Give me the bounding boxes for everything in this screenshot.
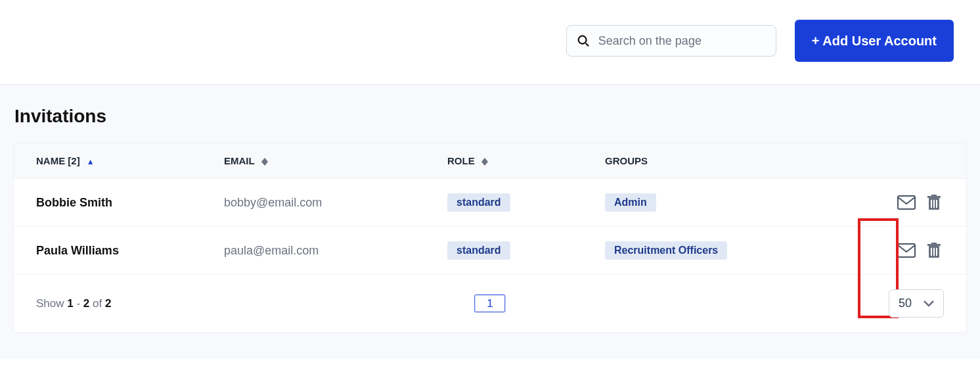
svg-marker-3 [261, 162, 268, 166]
table-row: Paula Williams paula@email.com standard … [14, 227, 966, 275]
search-icon [576, 34, 590, 48]
svg-rect-10 [931, 200, 932, 208]
cell-name: Paula Williams [36, 244, 224, 258]
column-header-name[interactable]: NAME [2] ▲ [36, 155, 224, 166]
footer-range-text: Show 1 - 2 of 2 [36, 297, 111, 310]
resend-mail-button[interactable] [897, 241, 916, 260]
svg-rect-6 [898, 196, 915, 209]
delete-button[interactable] [924, 241, 944, 260]
page-size-select[interactable]: 50 [889, 289, 944, 318]
sort-asc-icon: ▲ [87, 157, 95, 166]
svg-rect-16 [931, 243, 937, 245]
page-number-current[interactable]: 1 [474, 295, 505, 312]
invitations-table: NAME [2] ▲ EMAIL ROLE GROUPS [13, 143, 967, 333]
table-row: Bobbie Smith bobby@email.com standard Ad… [14, 179, 966, 227]
column-header-email[interactable]: EMAIL [224, 155, 447, 166]
svg-rect-17 [931, 248, 932, 256]
svg-point-0 [578, 36, 586, 44]
delete-button[interactable] [924, 193, 944, 212]
table-footer: Show 1 - 2 of 2 1 50 [14, 275, 966, 332]
table-header-row: NAME [2] ▲ EMAIL ROLE GROUPS [14, 143, 966, 179]
search-input-wrap[interactable] [566, 25, 776, 57]
sort-icon [481, 158, 488, 166]
add-user-account-button[interactable]: + Add User Account [795, 20, 954, 62]
role-badge: standard [447, 241, 510, 260]
column-header-role[interactable]: ROLE [447, 155, 605, 166]
chevron-down-icon [924, 300, 934, 307]
cell-groups: Admin [605, 193, 858, 212]
section-title: Invitations [14, 106, 967, 127]
content-area: Invitations NAME [2] ▲ EMAIL ROLE [0, 85, 980, 359]
svg-rect-18 [933, 248, 935, 256]
cell-email: paula@email.com [224, 244, 447, 258]
svg-rect-9 [931, 195, 937, 197]
svg-line-1 [585, 43, 589, 47]
sort-icon [261, 158, 268, 166]
table-body: Bobbie Smith bobby@email.com standard Ad… [14, 179, 966, 275]
page-size-value: 50 [899, 297, 912, 310]
trash-icon [927, 243, 941, 258]
svg-rect-12 [936, 200, 937, 208]
trash-icon [927, 195, 941, 210]
group-badge: Admin [605, 193, 656, 212]
cell-email: bobby@email.com [224, 196, 447, 210]
topbar: + Add User Account [0, 0, 980, 85]
cell-groups: Recruitment Officers [605, 241, 858, 260]
svg-rect-13 [898, 244, 915, 257]
mail-icon [897, 195, 916, 210]
svg-marker-5 [481, 162, 488, 166]
column-header-groups: GROUPS [605, 155, 858, 166]
pagination: 1 [474, 297, 505, 310]
svg-rect-19 [936, 248, 937, 256]
svg-rect-11 [933, 200, 935, 208]
resend-mail-button[interactable] [897, 193, 916, 212]
mail-icon [897, 243, 916, 258]
cell-role: standard [447, 241, 605, 260]
cell-name: Bobbie Smith [36, 196, 224, 210]
search-input[interactable] [598, 34, 767, 48]
group-badge: Recruitment Officers [605, 241, 727, 260]
cell-role: standard [447, 193, 605, 212]
role-badge: standard [447, 193, 510, 212]
